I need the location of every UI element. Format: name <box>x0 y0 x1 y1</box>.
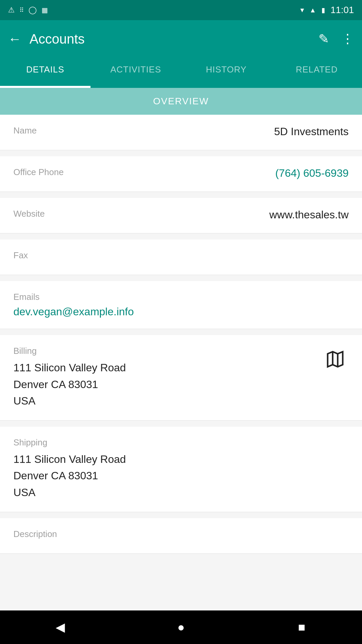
nav-recent-icon: ■ <box>298 620 305 634</box>
office-phone-label: Office Phone <box>13 167 275 177</box>
office-phone-value[interactable]: (764) 605-6939 <box>275 167 349 179</box>
status-bar: ⚠ ⠿ ◯ ▦ ▾ ▲ ▮ 11:01 <box>0 0 362 20</box>
name-label: Name <box>13 125 274 136</box>
spacer-3 <box>0 234 362 239</box>
billing-map-wrap <box>322 346 349 373</box>
app-bar-title: Accounts <box>29 32 85 47</box>
shipping-line3: USA <box>13 486 36 498</box>
billing-line3: USA <box>13 395 36 407</box>
billing-label: Billing <box>13 346 322 356</box>
tab-related-label: RELATED <box>296 64 338 82</box>
nav-home-icon: ● <box>177 620 185 634</box>
tab-history-label: HISTORY <box>206 64 247 82</box>
office-phone-field-row: Office Phone (764) 605-6939 <box>0 156 362 192</box>
circle-icon: ◯ <box>28 6 37 14</box>
tab-activities-label: ACTIVITIES <box>110 64 161 82</box>
tab-activities[interactable]: ACTIVITIES <box>90 58 181 88</box>
shipping-label: Shipping <box>13 437 349 448</box>
spacer-1 <box>0 151 362 156</box>
website-field-row: Website www.thesales.tw <box>0 198 362 233</box>
back-button[interactable]: ← <box>8 32 21 47</box>
dots-icon: ⠿ <box>19 6 24 14</box>
spacer-5 <box>0 330 362 335</box>
sim-icon: ▦ <box>42 6 48 14</box>
billing-field-info: Billing 111 Silicon Valley Road Denver C… <box>13 346 322 410</box>
nav-home-button[interactable]: ● <box>161 614 201 641</box>
status-bar-right: ▾ ▲ ▮ 11:01 <box>300 5 354 15</box>
nav-recent-button[interactable]: ■ <box>282 614 322 641</box>
nav-back-button[interactable]: ◀ <box>40 614 80 641</box>
description-field-row: Description <box>0 518 362 554</box>
emails-field-row: Emails dev.vegan@example.info <box>0 281 362 329</box>
spacer-4 <box>0 276 362 281</box>
emails-value[interactable]: dev.vegan@example.info <box>13 306 134 318</box>
office-phone-value-wrap: (764) 605-6939 <box>275 167 349 179</box>
map-icon <box>325 349 345 369</box>
overview-header: OVERVIEW <box>0 88 362 115</box>
shipping-line1: 111 Silicon Valley Road <box>13 453 126 465</box>
nav-back-icon: ◀ <box>56 620 65 634</box>
shipping-field-row: Shipping 111 Silicon Valley Road Denver … <box>0 427 362 512</box>
name-field-info: Name <box>13 125 274 139</box>
bottom-nav-bar: ◀ ● ■ <box>0 610 362 644</box>
website-value[interactable]: www.thesales.tw <box>269 209 349 221</box>
billing-value: 111 Silicon Valley Road Denver CA 83031 … <box>13 360 322 410</box>
shipping-value: 111 Silicon Valley Road Denver CA 83031 … <box>13 451 349 501</box>
spacer-6 <box>0 421 362 427</box>
overview-label: OVERVIEW <box>153 96 209 107</box>
fax-label: Fax <box>13 250 349 261</box>
content-area: Name 5D Investments Office Phone (764) 6… <box>0 115 362 554</box>
name-value-wrap: 5D Investments <box>274 125 349 138</box>
fax-field-row: Fax <box>0 239 362 275</box>
app-bar: ← Accounts ✎ ⋮ <box>0 20 362 58</box>
billing-map-button[interactable] <box>322 346 349 373</box>
battery-icon: ▮ <box>321 6 325 14</box>
website-value-wrap: www.thesales.tw <box>269 209 349 221</box>
status-bar-left: ⚠ ⠿ ◯ ▦ <box>8 6 48 14</box>
spacer-7 <box>0 513 362 518</box>
status-time: 11:01 <box>330 5 354 15</box>
website-label: Website <box>13 209 269 219</box>
signal-icon: ▲ <box>309 6 316 14</box>
tab-details-label: DETAILS <box>26 64 64 82</box>
office-phone-field-info: Office Phone <box>13 167 275 181</box>
app-bar-actions: ✎ ⋮ <box>318 32 354 46</box>
tab-details[interactable]: DETAILS <box>0 58 90 88</box>
spacer-2 <box>0 193 362 198</box>
tab-history[interactable]: HISTORY <box>181 58 272 88</box>
edit-button[interactable]: ✎ <box>318 32 329 46</box>
billing-line2: Denver CA 83031 <box>13 378 98 390</box>
emails-label: Emails <box>13 292 349 302</box>
shipping-line2: Denver CA 83031 <box>13 470 98 482</box>
tab-related[interactable]: RELATED <box>272 58 362 88</box>
tab-bar: DETAILS ACTIVITIES HISTORY RELATED <box>0 58 362 88</box>
wifi-icon: ▾ <box>300 6 304 14</box>
warning-icon: ⚠ <box>8 6 15 14</box>
billing-line1: 111 Silicon Valley Road <box>13 362 126 374</box>
billing-field-row: Billing 111 Silicon Valley Road Denver C… <box>0 335 362 421</box>
description-label: Description <box>13 529 349 539</box>
name-field-row: Name 5D Investments <box>0 115 362 150</box>
more-options-button[interactable]: ⋮ <box>341 32 354 46</box>
name-value: 5D Investments <box>274 125 349 138</box>
app-bar-left: ← Accounts <box>8 32 85 47</box>
website-field-info: Website <box>13 209 269 222</box>
